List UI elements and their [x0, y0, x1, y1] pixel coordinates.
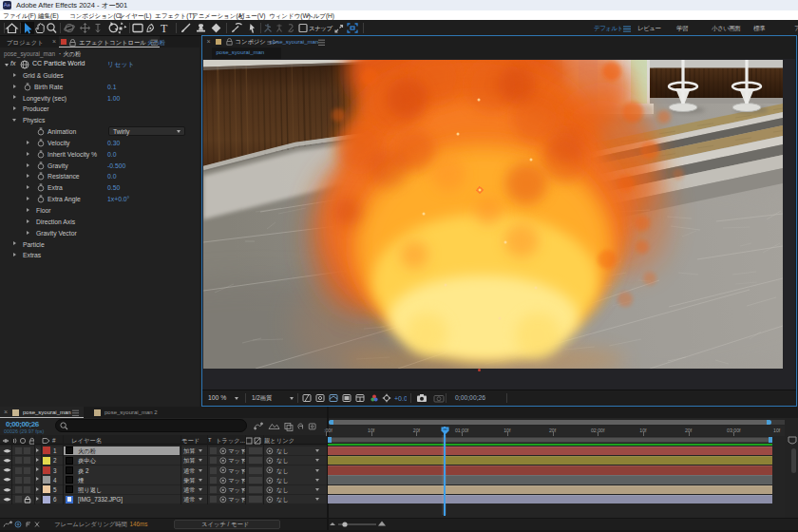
svg-text:+0.0: +0.0: [394, 395, 407, 402]
svg-text:T: T: [161, 22, 168, 35]
